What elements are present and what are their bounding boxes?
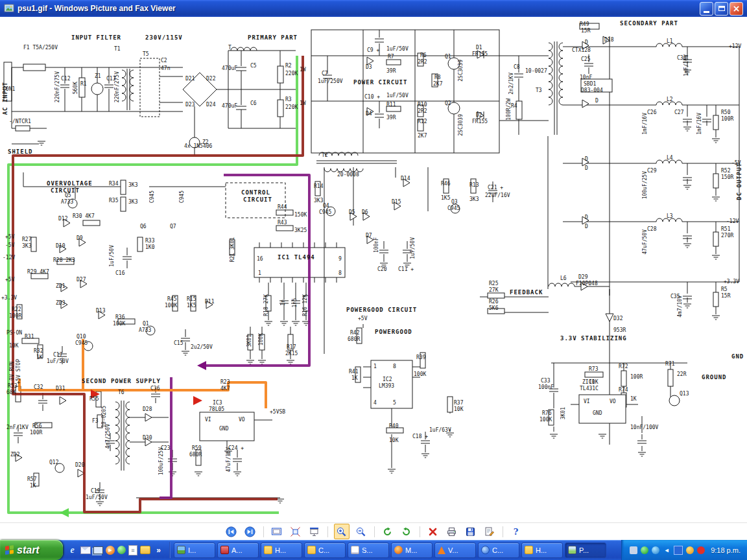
screen: psu1.gif - Windows Picture and Fax Viewe… <box>0 0 747 560</box>
volume-icon[interactable] <box>663 546 670 554</box>
image-icon <box>177 546 185 554</box>
taskbar-button-label: I... <box>188 546 196 554</box>
taskbar-button-label: V... <box>448 546 458 554</box>
viewer-toolbar: ? <box>0 522 747 540</box>
taskbar-button-label: P... <box>579 546 589 554</box>
minimize-button[interactable] <box>700 2 713 16</box>
maximize-button[interactable] <box>715 2 728 16</box>
alert-status-icon[interactable] <box>697 546 705 554</box>
quick-launch-bar <box>63 540 168 560</box>
best-fit-button[interactable] <box>270 524 284 539</box>
taskbar-button-label: S... <box>362 546 373 554</box>
purple-arrow <box>197 361 206 370</box>
psu-schematic-image: INPUT FILTER230V/115VPRIMARY PARTSECONDA… <box>0 17 747 522</box>
toolbar-separator <box>420 526 420 537</box>
previous-image-button[interactable] <box>224 524 239 539</box>
maximize-icon <box>718 6 725 11</box>
save-button[interactable] <box>464 524 478 539</box>
edit-button[interactable] <box>482 524 497 539</box>
close-button[interactable]: × <box>729 2 743 16</box>
toolbar-separator <box>327 526 328 537</box>
actual-size-button[interactable] <box>289 524 303 539</box>
minimize-icon <box>704 11 709 13</box>
close-icon: × <box>733 3 741 14</box>
cone-icon <box>438 546 445 554</box>
highlight-green-trace <box>8 56 297 513</box>
tray-icons <box>630 546 705 555</box>
show-desktop-icon[interactable] <box>93 546 103 554</box>
taskbar-button-label: C... <box>318 546 329 554</box>
taskbar-divider <box>169 542 171 558</box>
green-arrow <box>60 508 69 517</box>
document-icon[interactable] <box>128 545 137 555</box>
zoom-in-button[interactable] <box>334 524 350 539</box>
windows-update-icon[interactable] <box>686 546 694 554</box>
taskbar-window-buttons: I...A...H...C...S...M...V...C...H...P... <box>172 540 621 560</box>
safely-remove-hardware-icon[interactable] <box>630 546 637 554</box>
next-image-button[interactable] <box>243 524 257 539</box>
taskbar-window-button[interactable]: M... <box>391 542 433 558</box>
help-button[interactable]: ? <box>509 524 523 539</box>
start-button[interactable]: start <box>0 540 63 560</box>
toolbar-separator <box>374 526 375 537</box>
msn-messenger-icon[interactable] <box>117 546 126 554</box>
toolbar-separator <box>263 526 264 537</box>
taskbar-window-button[interactable]: V... <box>434 542 476 558</box>
start-button-label: start <box>17 544 40 556</box>
taskbar-button-label: H... <box>536 546 547 554</box>
highlight-maroon-trace <box>13 56 303 512</box>
rotate-clockwise-button[interactable] <box>381 524 395 539</box>
taskbar-clock[interactable]: 9:18 p.m. <box>711 546 741 554</box>
window-title: psu1.gif - Windows Picture and Fax Viewe… <box>18 4 700 13</box>
doc-icon <box>351 546 359 554</box>
highlight-purple-trace-2 <box>160 377 171 498</box>
picture-viewer-app-icon <box>4 3 14 14</box>
media-player-icon[interactable] <box>106 546 115 555</box>
network-status-icon[interactable] <box>674 546 683 555</box>
zoom-out-button[interactable] <box>354 524 368 539</box>
taskbar-window-button[interactable]: C... <box>304 542 346 558</box>
svg-text:?: ? <box>514 527 519 537</box>
taskbar-button-label: C... <box>492 546 503 554</box>
folder-icon <box>525 546 533 554</box>
taskbar-window-button[interactable]: H... <box>521 542 563 558</box>
quick-launch-chevron-icon[interactable] <box>153 544 164 555</box>
globe-icon <box>481 546 490 554</box>
folder-shortcut-icon[interactable] <box>140 546 150 554</box>
taskbar: start I...A...H...C...S...M...V...C...H.… <box>0 540 747 560</box>
windows-flag-icon <box>5 545 14 555</box>
window-titlebar: psu1.gif - Windows Picture and Fax Viewe… <box>0 0 747 17</box>
taskbar-window-button[interactable]: I... <box>174 542 215 558</box>
antivirus-status-icon[interactable] <box>641 546 648 554</box>
system-tray: 9:18 p.m. <box>621 540 747 560</box>
taskbar-button-label: M... <box>405 546 417 554</box>
media-icon <box>394 546 403 554</box>
taskbar-window-button[interactable]: A... <box>217 542 259 558</box>
folder-icon <box>307 546 316 554</box>
toolbar-separator <box>503 526 503 537</box>
viewer-icon <box>568 546 576 554</box>
taskbar-button-label: A... <box>231 546 243 554</box>
taskbar-window-button[interactable]: S... <box>348 542 389 558</box>
print-button[interactable] <box>445 524 459 539</box>
folder-icon <box>264 546 272 554</box>
internet-explorer-icon[interactable] <box>67 544 78 555</box>
start-slideshow-button[interactable] <box>307 524 322 539</box>
red-arrow-2 <box>193 396 202 405</box>
taskbar-window-button[interactable]: C... <box>478 542 519 558</box>
schematic-linework <box>0 17 747 522</box>
delete-button[interactable] <box>426 524 440 539</box>
taskbar-window-button[interactable]: H... <box>261 542 302 558</box>
viewer-image-area: INPUT FILTER230V/115VPRIMARY PARTSECONDA… <box>0 17 747 522</box>
app-icon <box>220 546 229 554</box>
rotate-counterclockwise-button[interactable] <box>399 524 414 539</box>
taskbar-window-button[interactable]: P... <box>565 542 606 558</box>
taskbar-button-label: H... <box>275 546 286 554</box>
outlook-express-icon[interactable] <box>80 546 91 554</box>
msn-messenger-status-icon[interactable] <box>652 546 659 554</box>
